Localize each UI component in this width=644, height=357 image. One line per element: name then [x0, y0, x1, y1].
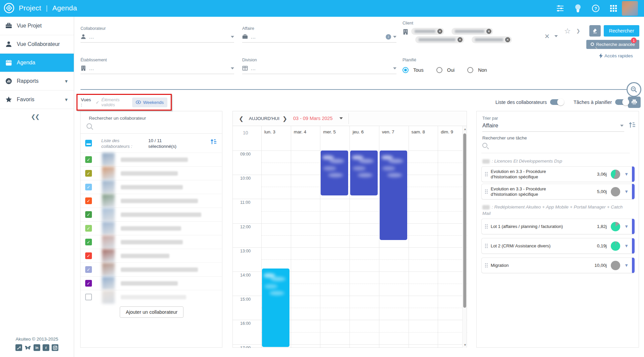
facebook-icon[interactable]: f: [43, 344, 49, 351]
chevron-down-icon[interactable]: ❯: [576, 28, 580, 34]
linkedin-icon[interactable]: in: [34, 344, 40, 351]
dropdown-arrow-icon[interactable]: [393, 36, 396, 38]
quick-access-link[interactable]: Accès rapides: [599, 53, 633, 58]
dropdown-arrow-icon[interactable]: [231, 36, 234, 38]
chevron-down-icon[interactable]: ▼: [624, 189, 629, 194]
collaborator-checkbox[interactable]: ✓: [85, 211, 92, 218]
search-button[interactable]: Rechercher: [604, 25, 639, 37]
drag-handle-icon[interactable]: [485, 224, 488, 229]
radio-tous[interactable]: [402, 67, 409, 73]
scroll-up-icon[interactable]: ▲: [464, 127, 467, 131]
collaborator-checkbox[interactable]: ✓: [85, 197, 92, 204]
remove-chip-icon[interactable]: ✕: [437, 29, 442, 34]
task-sort-icon[interactable]: [628, 121, 636, 129]
collaborator-checkbox[interactable]: ✓: [85, 266, 92, 273]
sidebar-item-favoris[interactable]: Favoris ▼: [0, 91, 74, 109]
add-collaborator-button[interactable]: Ajouter un collaborateur: [120, 306, 183, 318]
chevron-down-icon[interactable]: ▼: [624, 263, 629, 268]
favorite-star-icon[interactable]: ☆: [564, 27, 571, 36]
clear-filter-icon[interactable]: ✕: [544, 33, 550, 40]
collaborator-row[interactable]: ✓: [80, 249, 222, 262]
eraser-button[interactable]: [589, 25, 601, 37]
sidebar-item-agenda[interactable]: Agenda: [0, 54, 74, 72]
calendar-scrollbar[interactable]: ▲ ▼: [462, 126, 467, 348]
remove-chip-icon[interactable]: ✕: [505, 37, 510, 42]
remove-chip-icon[interactable]: ✕: [458, 37, 463, 42]
calendar-event[interactable]: [350, 151, 378, 195]
collaborator-checkbox[interactable]: ✓: [85, 184, 92, 190]
drag-handle-icon[interactable]: [485, 263, 488, 267]
settings-sliders-icon[interactable]: [556, 4, 564, 12]
date-dropdown-arrow-icon[interactable]: [339, 117, 343, 119]
date-range-button[interactable]: 03 - 09 Mars 2025: [293, 116, 333, 121]
instagram-icon[interactable]: [52, 344, 58, 351]
sort-by-select[interactable]: Affaire: [482, 122, 498, 129]
collaborator-checkbox[interactable]: ✓: [85, 252, 92, 259]
drag-handle-icon[interactable]: [485, 189, 488, 194]
drag-handle-icon[interactable]: [485, 172, 488, 176]
sidebar-item-vue-projet[interactable]: Vue Projet: [0, 17, 74, 35]
collaborator-row[interactable]: ✓: [80, 235, 222, 249]
collab-search-input[interactable]: [87, 123, 222, 130]
akuiteo-social-icon[interactable]: [15, 344, 22, 351]
app-logo-icon[interactable]: [3, 2, 15, 14]
collaborator-row[interactable]: ✓: [80, 276, 222, 290]
user-avatar[interactable]: [622, 1, 638, 16]
info-icon[interactable]: i: [386, 34, 391, 40]
task-search-input[interactable]: [482, 143, 487, 149]
task-card[interactable]: Migration 10,00j ▼: [481, 257, 635, 273]
collaborator-checkbox[interactable]: ✓: [85, 239, 92, 245]
apps-grid-icon[interactable]: [610, 5, 617, 12]
sidebar-item-vue-collaborateur[interactable]: Vue Collaborateur: [0, 35, 74, 54]
client-chip[interactable]: ✕: [411, 28, 444, 35]
scroll-down-icon[interactable]: ▼: [464, 343, 467, 347]
client-chip[interactable]: ✕: [472, 36, 512, 43]
dropdown-arrow-icon[interactable]: [231, 67, 234, 69]
radio-tous-label[interactable]: Tous: [413, 67, 424, 73]
collaborator-row[interactable]: ✓: [80, 194, 222, 207]
zoom-out-button[interactable]: [627, 82, 641, 97]
chevron-down-icon[interactable]: ▼: [624, 172, 629, 177]
calendar-event[interactable]: [380, 151, 407, 240]
help-icon[interactable]: ?: [592, 4, 600, 12]
toggle-validated-elements[interactable]: ✓ Éléments validés: [96, 97, 126, 107]
sidebar-collapse-button[interactable]: ❮❮: [31, 113, 39, 120]
prev-week-icon[interactable]: ❮: [239, 115, 244, 122]
drag-handle-icon[interactable]: [485, 244, 488, 248]
sort-dropdown-arrow-icon[interactable]: [620, 125, 624, 127]
collaborator-row[interactable]: ✓: [80, 221, 222, 235]
chevron-down-icon[interactable]: ▼: [624, 243, 629, 248]
butterfly-social-icon[interactable]: [24, 344, 31, 351]
task-card[interactable]: Lot 2 (CRM/ Assistance divers) 0,19j ▼: [481, 238, 635, 254]
print-button[interactable]: [628, 97, 641, 108]
radio-non-label[interactable]: Non: [478, 67, 487, 73]
collaborator-checkbox[interactable]: [85, 294, 92, 300]
task-card[interactable]: Lot 1 (affaires / planning / facturation…: [481, 219, 635, 234]
collaborator-checkbox[interactable]: ✓: [85, 170, 92, 177]
calendar-event[interactable]: [321, 151, 348, 195]
collaborator-checkbox[interactable]: ✓: [85, 280, 92, 287]
collaborator-row[interactable]: ✓: [80, 180, 222, 194]
division-input[interactable]: ...: [242, 62, 396, 74]
task-card[interactable]: Evolution en 3.3 - Procédure d'historisa…: [481, 166, 635, 182]
toggle-weekends[interactable]: Weekends: [132, 98, 167, 107]
collaborator-row[interactable]: ✓: [80, 153, 222, 166]
collaborator-row[interactable]: ✓: [80, 262, 222, 276]
radio-non[interactable]: [467, 67, 473, 73]
collaborateur-input[interactable]: ...: [80, 31, 234, 43]
remove-chip-icon[interactable]: ✕: [486, 29, 491, 34]
task-card[interactable]: Evolution en 3.3 - Procédure d'historisa…: [481, 184, 635, 199]
next-week-icon[interactable]: ❯: [282, 115, 287, 122]
dropdown-arrow-icon[interactable]: [393, 67, 396, 69]
sort-icon[interactable]: [210, 138, 217, 145]
lightbulb-icon[interactable]: [574, 4, 582, 13]
scrollbar-thumb[interactable]: [463, 133, 466, 308]
tasks-toggle[interactable]: [615, 99, 629, 105]
calendar-grid[interactable]: 10lun. 3mar. 4mer. 5jeu. 6ven. 7sam. 8di…: [233, 126, 467, 348]
affaire-input[interactable]: ... i: [242, 31, 396, 43]
dropdown-arrow-icon[interactable]: [554, 35, 558, 37]
calendar-event[interactable]: [262, 269, 289, 347]
client-chip[interactable]: ✕: [451, 28, 493, 35]
collaborator-row[interactable]: ✓: [80, 166, 222, 180]
radio-oui-label[interactable]: Oui: [447, 67, 455, 73]
